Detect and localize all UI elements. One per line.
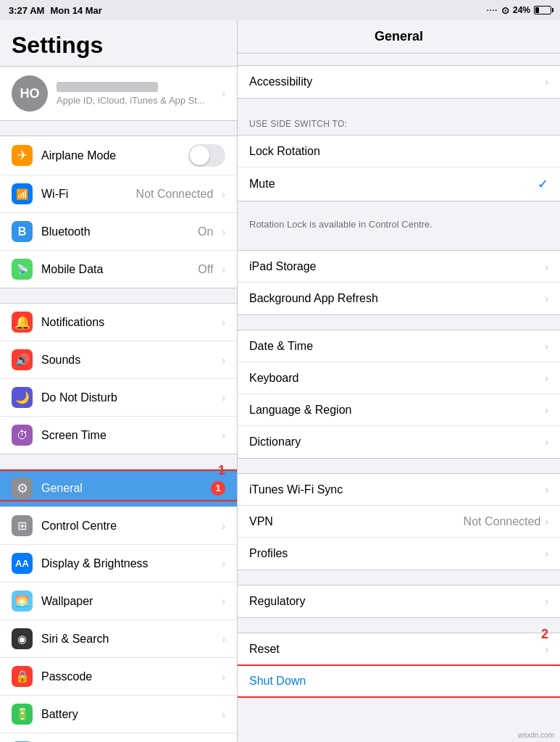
right-row-mute[interactable]: Mute ✓ <box>238 167 560 201</box>
passcode-chevron: › <box>222 671 225 683</box>
profile-info: Apple ID, iCloud, iTunes & App St... <box>57 82 210 106</box>
right-row-language-region[interactable]: Language & Region › <box>238 394 560 426</box>
status-bar-right: ···· ⊙ 24% <box>487 5 551 16</box>
step-1-label: 1 <box>218 463 225 478</box>
mobile-data-chevron: › <box>222 264 225 275</box>
sidebar-item-mobile-data[interactable]: 📡 Mobile Data Off › <box>0 251 237 288</box>
reset-shutdown-wrapper: 2 Reset › Shut Down <box>238 633 560 698</box>
step-2-label: 2 <box>541 627 548 642</box>
general-icon: ⚙ <box>12 478 33 499</box>
language-region-chevron: › <box>545 404 548 416</box>
general-label: General <box>41 482 211 495</box>
status-bar-left: 3:27 AM Mon 14 Mar <box>9 5 102 16</box>
bluetooth-label: Bluetooth <box>41 225 198 238</box>
sidebar-item-control-centre[interactable]: ⊞ Control Centre › <box>0 507 237 545</box>
display-brightness-chevron: › <box>222 558 225 570</box>
watermark: wsxdn.com <box>518 731 554 739</box>
right-row-reset[interactable]: Reset › <box>238 633 560 665</box>
right-row-background-refresh[interactable]: Background App Refresh › <box>238 283 560 314</box>
profile-subtitle: Apple ID, iCloud, iTunes & App St... <box>57 95 210 106</box>
regulatory-label: Regulatory <box>249 595 545 608</box>
wallpaper-icon: 🌅 <box>12 591 33 612</box>
right-row-lock-rotation[interactable]: Lock Rotation <box>238 136 560 167</box>
wifi-label: Wi-Fi <box>41 188 136 201</box>
screen-time-chevron: › <box>222 430 225 441</box>
wifi-status-icon: ⊙ <box>501 5 509 16</box>
sidebar-item-display-brightness[interactable]: AA Display & Brightness › <box>0 545 237 583</box>
side-switch-group: Lock Rotation Mute ✓ <box>238 135 560 201</box>
control-centre-label: Control Centre <box>41 520 219 533</box>
profiles-label: Profiles <box>249 547 545 560</box>
screen-time-icon: ⏱ <box>12 425 33 446</box>
notifications-chevron: › <box>222 317 225 328</box>
airplane-toggle[interactable] <box>188 144 225 167</box>
sidebar-item-sounds[interactable]: 🔊 Sounds › <box>0 341 237 379</box>
wallpaper-chevron: › <box>222 596 225 607</box>
dictionary-label: Dictionary <box>249 435 545 449</box>
accessibility-label: Accessibility <box>249 75 545 88</box>
display-brightness-icon: AA <box>12 553 33 574</box>
profile-row[interactable]: HO Apple ID, iCloud, iTunes & App St... … <box>0 66 237 121</box>
sounds-label: Sounds <box>41 354 219 367</box>
sidebar-item-screen-time[interactable]: ⏱ Screen Time › <box>0 417 237 454</box>
accessibility-group: Accessibility › <box>238 65 560 99</box>
right-row-shutdown[interactable]: Shut Down <box>238 665 560 697</box>
sidebar-item-notifications[interactable]: 🔔 Notifications › <box>0 304 237 341</box>
status-time: 3:27 AM <box>9 5 44 16</box>
siri-search-icon: ◉ <box>12 628 33 649</box>
ipad-storage-chevron: › <box>545 261 548 272</box>
sidebar-item-airplane[interactable]: ✈ Airplane Mode <box>0 136 237 175</box>
right-row-profiles[interactable]: Profiles › <box>238 538 560 570</box>
itunes-wifi-sync-chevron: › <box>545 484 548 496</box>
general-badge: 1 <box>211 481 225 496</box>
right-panel: General Accessibility › USE SIDE SWITCH … <box>238 20 560 742</box>
sidebar-item-wallpaper[interactable]: 🌅 Wallpaper › <box>0 583 237 620</box>
status-bar: 3:27 AM Mon 14 Mar ···· ⊙ 24% <box>0 0 560 20</box>
left-panel: Settings HO Apple ID, iCloud, iTunes & A… <box>0 20 238 742</box>
right-row-accessibility[interactable]: Accessibility › <box>238 66 560 98</box>
right-row-ipad-storage[interactable]: iPad Storage › <box>238 251 560 283</box>
bluetooth-chevron: › <box>222 226 225 238</box>
battery-chevron: › <box>222 709 225 720</box>
profiles-chevron: › <box>545 548 548 559</box>
sidebar-item-wifi[interactable]: 📶 Wi-Fi Not Connected › <box>0 175 237 213</box>
datetime-group: Date & Time › Keyboard › Language & Regi… <box>238 330 560 459</box>
do-not-disturb-chevron: › <box>222 392 225 404</box>
sidebar-item-siri-search[interactable]: ◉ Siri & Search › <box>0 620 237 658</box>
accessibility-chevron: › <box>545 76 548 88</box>
signal-icon: ···· <box>487 7 498 14</box>
right-row-keyboard[interactable]: Keyboard › <box>238 362 560 394</box>
sidebar-item-general[interactable]: ⚙ General 1 <box>0 470 237 507</box>
side-switch-header: USE SIDE SWITCH TO: <box>238 113 560 132</box>
right-row-date-time[interactable]: Date & Time › <box>238 330 560 362</box>
ipad-storage-label: iPad Storage <box>249 260 545 273</box>
notifications-label: Notifications <box>41 316 219 329</box>
mobile-data-label: Mobile Data <box>41 263 198 276</box>
sidebar-item-passcode[interactable]: 🔒 Passcode › <box>0 658 237 696</box>
control-centre-icon: ⊞ <box>12 515 33 536</box>
connectivity-group: ✈ Airplane Mode 📶 Wi-Fi Not Connected › … <box>0 136 237 288</box>
sidebar-item-privacy[interactable]: 🤝 Privacy › <box>0 733 237 742</box>
screen-time-label: Screen Time <box>41 429 219 442</box>
siri-search-chevron: › <box>222 633 225 645</box>
reset-chevron: › <box>545 643 548 655</box>
wifi-value: Not Connected <box>136 188 214 201</box>
rotation-note: Rotation Lock is available in Control Ce… <box>238 216 560 235</box>
airplane-label: Airplane Mode <box>41 149 188 162</box>
right-row-dictionary[interactable]: Dictionary › <box>238 426 560 458</box>
right-row-regulatory[interactable]: Regulatory › <box>238 585 560 617</box>
regulatory-chevron: › <box>545 596 548 607</box>
right-row-vpn[interactable]: VPN Not Connected › <box>238 506 560 538</box>
sidebar-item-bluetooth[interactable]: B Bluetooth On › <box>0 213 237 251</box>
sidebar-item-do-not-disturb[interactable]: 🌙 Do Not Disturb › <box>0 379 237 417</box>
display-brightness-label: Display & Brightness <box>41 557 219 570</box>
battery-percent: 24% <box>513 5 530 15</box>
sidebar-item-battery[interactable]: 🔋 Battery › <box>0 696 237 733</box>
battery-label: Battery <box>41 708 219 721</box>
dictionary-chevron: › <box>545 436 548 448</box>
reset-group: Reset › Shut Down <box>238 633 560 698</box>
right-row-itunes-wifi-sync[interactable]: iTunes Wi-Fi Sync › <box>238 474 560 506</box>
wallpaper-label: Wallpaper <box>41 595 219 608</box>
background-refresh-label: Background App Refresh <box>249 292 545 305</box>
mobile-data-value: Off <box>198 263 213 276</box>
